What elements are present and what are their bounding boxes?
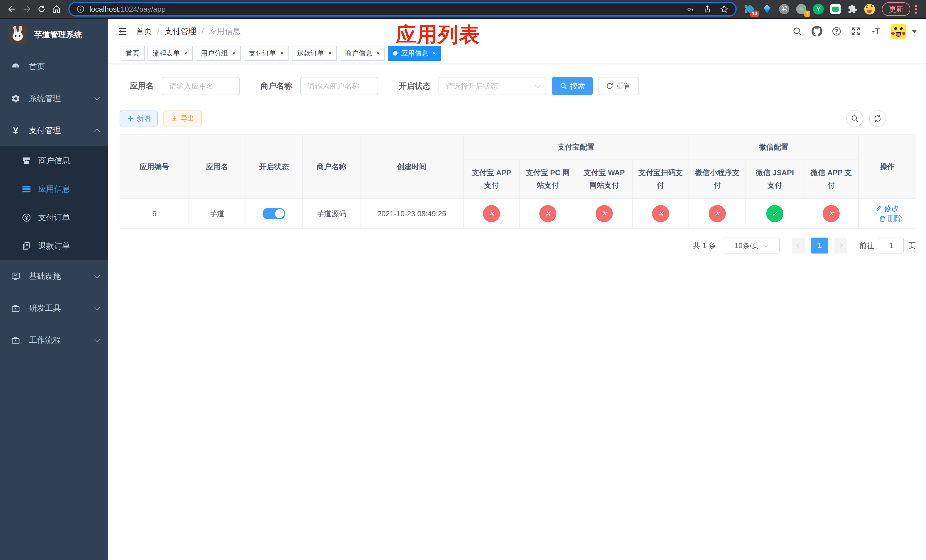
tab-refund-order[interactable]: 退款订单 (292, 46, 337, 61)
annotation-title: 应用列表 (396, 21, 480, 48)
dashboard-icon (11, 62, 21, 71)
config-status-badge: ✕ (596, 205, 613, 222)
user-avatar[interactable] (891, 24, 906, 39)
next-page-button[interactable] (834, 238, 847, 254)
reset-button[interactable]: 重置 (598, 77, 639, 95)
browser-forward-button[interactable] (20, 2, 34, 17)
chevron-down-icon (535, 82, 541, 88)
close-icon[interactable] (376, 50, 380, 57)
tab-process-form[interactable]: 流程表单 (147, 46, 193, 61)
sidebar-item-dev-tools[interactable]: 研发工具 (0, 292, 108, 324)
refresh-table-button[interactable] (869, 110, 886, 127)
search-button[interactable]: 搜索 (552, 77, 593, 95)
app-table: 应用编号 应用名 开启状态 商户名称 创建时间 支付宝配置 微信配置 操作 支付… (120, 135, 916, 229)
tab-pay-order[interactable]: 支付订单 (244, 46, 289, 61)
yen-circle-icon (22, 213, 31, 222)
add-button-label: 新增 (137, 114, 150, 123)
search-icon (851, 115, 859, 123)
fullscreen-button[interactable] (851, 26, 861, 36)
ext-emoji-icon[interactable] (864, 4, 875, 15)
url-bar[interactable]: localhost:1024/pay/app (68, 2, 737, 17)
ext-yuque-icon[interactable]: Y (813, 4, 824, 15)
sidebar-item-refund-order[interactable]: 退款订单 (0, 232, 108, 260)
extensions-menu-button[interactable] (847, 4, 858, 15)
status-select[interactable]: 请选择开启状态 (439, 77, 546, 95)
bookmark-button[interactable] (720, 5, 729, 14)
sidebar-item-payment[interactable]: ¥ 支付管理 (0, 115, 108, 147)
app-name-input[interactable] (162, 77, 240, 95)
sidebar-item-app-info[interactable]: 应用信息 (0, 175, 108, 203)
page-size-select[interactable]: 10条/页 (723, 238, 780, 254)
sidebar-logo-row[interactable]: 芋道管理系统 (0, 19, 108, 51)
github-link[interactable] (811, 26, 822, 37)
ext-command-icon[interactable]: ⌘ (779, 4, 790, 15)
tab-merchant-info[interactable]: 商户信息 (340, 46, 385, 61)
tab-user-group[interactable]: 用户分组 (196, 46, 241, 61)
config-status-badge: ✕ (823, 205, 840, 222)
column-header-app-name: 应用名 (189, 135, 245, 198)
prev-page-button[interactable] (791, 238, 805, 254)
refresh-icon (606, 82, 613, 90)
export-button[interactable]: 导出 (163, 110, 201, 127)
status-glyph: ✕ (545, 209, 551, 218)
sidebar-item-home[interactable]: 首页 (0, 51, 108, 83)
status-glyph: ✕ (488, 209, 495, 218)
status-toggle[interactable] (263, 208, 285, 219)
close-icon[interactable] (432, 50, 436, 57)
column-header-app-id: 应用编号 (120, 135, 189, 198)
sidebar-item-infrastructure[interactable]: 基础设施 (0, 260, 108, 292)
pagination-goto: 前往 页 (859, 238, 916, 254)
text-size-icon (870, 26, 882, 36)
goto-page-input[interactable] (879, 238, 904, 254)
sidebar-item-system[interactable]: 系统管理 (0, 83, 108, 115)
puzzle-icon (848, 4, 857, 14)
reset-button-label: 重置 (616, 81, 631, 91)
sidebar-item-label: 基础设施 (29, 271, 86, 282)
close-icon[interactable] (184, 50, 188, 57)
pagination-total: 共 1 条 (693, 241, 716, 251)
share-button[interactable] (703, 5, 711, 14)
grid-icon (22, 184, 31, 194)
chrome-update-button[interactable]: 更新 (882, 2, 910, 16)
tab-home[interactable]: 首页 (121, 46, 145, 61)
browser-back-button[interactable] (5, 2, 20, 17)
sidebar-item-label: 工作流程 (29, 335, 86, 345)
add-button[interactable]: 新增 (120, 110, 158, 127)
sidebar-item-merchant-info[interactable]: 商户信息 (0, 147, 108, 175)
browser-menu-button[interactable] (915, 5, 917, 14)
close-icon[interactable] (232, 50, 236, 57)
status-glyph: ✕ (601, 209, 607, 218)
sidebar-item-workflow[interactable]: 工作流程 (0, 324, 108, 356)
close-icon[interactable] (280, 50, 284, 57)
edit-label: 修改 (884, 203, 899, 213)
font-size-button[interactable] (870, 26, 882, 36)
ext-badge-orange: 1 (804, 11, 810, 17)
config-status-badge: ✕ (652, 205, 669, 222)
cell-alipay-qr: ✕ (632, 198, 689, 229)
column-header-wechat-mini: 微信小程序支付 (689, 159, 746, 198)
breadcrumb-home[interactable]: 首页 (136, 26, 152, 37)
browser-reload-button[interactable] (34, 2, 49, 17)
ext-diamond-icon[interactable]: 10 (744, 4, 755, 15)
help-button[interactable] (831, 26, 842, 36)
header-search-button[interactable] (792, 26, 802, 36)
breadcrumb-payment[interactable]: 支付管理 (165, 26, 197, 37)
delete-link[interactable]: 删除 (879, 213, 902, 224)
sidebar-toggle-button[interactable] (117, 26, 128, 37)
password-key-button[interactable] (686, 5, 695, 14)
tab-label: 流程表单 (153, 49, 180, 58)
chevron-down-icon (764, 242, 769, 247)
merchant-name-input[interactable] (300, 77, 378, 95)
browser-home-button[interactable] (49, 2, 64, 17)
ext-balloon-icon[interactable] (762, 4, 773, 15)
avatar-caret-icon[interactable] (912, 30, 917, 33)
search-button-label: 搜索 (570, 81, 585, 91)
edit-link[interactable]: 修改 (876, 203, 899, 213)
close-icon[interactable] (328, 50, 332, 57)
page-number-1[interactable]: 1 (811, 238, 828, 254)
sidebar-item-pay-order[interactable]: 支付订单 (0, 203, 108, 232)
hide-search-button[interactable] (846, 110, 863, 127)
info-icon[interactable] (76, 5, 85, 14)
ext-proxy-icon[interactable]: 1 (796, 4, 807, 15)
ext-chat-icon[interactable] (830, 4, 841, 15)
